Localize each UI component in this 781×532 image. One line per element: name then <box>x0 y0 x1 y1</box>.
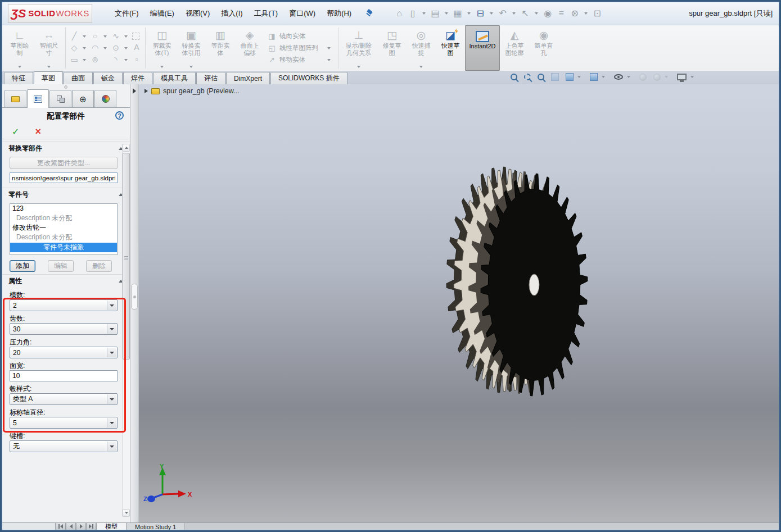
smart-dimension-button[interactable]: ↔ 智能尺 寸 <box>34 25 64 71</box>
section-properties[interactable]: 属性 <box>2 274 130 288</box>
tab-dimxpert-manager[interactable]: ⊕ <box>72 90 94 107</box>
chevron-down-icon[interactable] <box>124 59 128 61</box>
magnet-icon[interactable]: ◉ <box>541 7 554 20</box>
chevron-down-icon[interactable] <box>83 59 86 61</box>
section-view-icon[interactable] <box>551 73 559 81</box>
chevron-down-icon[interactable] <box>602 76 605 78</box>
keyway-dropdown[interactable]: 无 <box>10 440 118 452</box>
chevron-down-icon[interactable] <box>467 12 471 15</box>
chevron-down-icon[interactable] <box>18 66 21 68</box>
tree-expand-icon[interactable] <box>145 89 148 93</box>
pressure-angle-dropdown[interactable]: 20 <box>10 347 118 358</box>
rapid-sketch-button[interactable]: ◪ 快速草 图 <box>436 25 465 71</box>
chevron-down-icon[interactable] <box>107 348 116 357</box>
edit-button[interactable]: 编辑 <box>48 260 74 272</box>
menu-window[interactable]: 窗口(W) <box>283 6 321 21</box>
tab-sketch[interactable]: 草图 <box>34 71 63 84</box>
chevron-down-icon[interactable] <box>83 47 86 49</box>
zoom-area-icon[interactable] <box>524 74 531 80</box>
repair-sketch-button[interactable]: ◳ 修复草 图 <box>377 25 407 71</box>
simple-hole-button[interactable]: ◉ 简单直 孔 <box>529 25 558 71</box>
first-tab-icon[interactable] <box>56 523 66 530</box>
tab-configuration-manager[interactable] <box>49 90 71 107</box>
chevron-down-icon[interactable] <box>47 66 51 68</box>
cancel-button[interactable]: × <box>35 128 41 135</box>
view-orientation-icon[interactable] <box>566 73 583 81</box>
splitter-handle[interactable] <box>131 284 138 310</box>
menu-file[interactable]: 文件(F) <box>109 6 145 21</box>
chevron-down-icon[interactable] <box>690 76 694 78</box>
list-item[interactable]: 123 <box>10 204 117 213</box>
chevron-down-icon[interactable] <box>103 35 107 38</box>
ellipse-icon[interactable]: ⊙ <box>111 44 120 52</box>
chevron-down-icon[interactable] <box>665 76 668 78</box>
offset-entities-button[interactable]: ▥ 等距实 体 <box>206 25 235 71</box>
scroll-down-icon[interactable] <box>123 509 130 517</box>
chevron-down-icon[interactable] <box>512 12 516 15</box>
chevron-down-icon[interactable] <box>107 394 116 404</box>
options-list-icon[interactable]: ≡ <box>555 7 567 20</box>
list-item-selected[interactable]: 零件号未指派 <box>10 243 117 252</box>
pin-menu-icon[interactable] <box>365 9 374 18</box>
expand-panel-icon[interactable] <box>133 88 136 94</box>
spur-gear-model[interactable] <box>139 84 779 522</box>
instant2d-button[interactable]: Instant2D <box>465 25 500 71</box>
trim-entities-button[interactable]: ◫ 剪裁实 体(T) <box>147 25 177 71</box>
slot-icon[interactable]: ▭ <box>70 56 79 64</box>
face-width-input[interactable] <box>10 370 118 381</box>
chevron-down-icon[interactable] <box>107 324 116 334</box>
shaft-diameter-dropdown[interactable]: 5 <box>10 417 118 429</box>
tab-display-manager[interactable] <box>94 90 116 107</box>
circle-icon[interactable]: ○ <box>91 32 100 40</box>
tab-mold-tools[interactable]: 模具工具 <box>153 72 196 84</box>
menu-help[interactable]: 帮助(H) <box>321 6 357 21</box>
open-icon[interactable]: ▤ <box>429 7 441 20</box>
tab-solidworks-addins[interactable]: SOLIDWORKS 插件 <box>270 72 347 84</box>
part-number-list[interactable]: 123 Description 未分配 修改齿轮一 Description 未分… <box>10 203 118 255</box>
scrollbar-thumb[interactable] <box>123 153 130 360</box>
ok-button[interactable]: ✓ <box>12 126 19 137</box>
chevron-down-icon[interactable] <box>584 12 588 15</box>
graphics-viewport[interactable]: spur gear_gb (Preview... Y X Z <box>139 84 779 522</box>
spline-icon[interactable]: ∿ <box>111 32 120 40</box>
text-tool-icon[interactable]: A <box>132 43 141 52</box>
horizontal-scrollbar[interactable] <box>2 523 56 530</box>
chevron-down-icon[interactable] <box>422 12 426 15</box>
chevron-down-icon[interactable] <box>124 47 128 49</box>
chevron-down-icon[interactable] <box>627 76 630 78</box>
apply-scene-icon[interactable] <box>653 74 670 81</box>
tab-features[interactable]: 特征 <box>4 72 33 84</box>
edit-appearance-icon[interactable] <box>639 74 647 81</box>
tab-weldments[interactable]: 焊件 <box>123 72 152 84</box>
chevron-down-icon[interactable] <box>419 66 423 68</box>
menu-tools[interactable]: 工具(T) <box>249 6 284 21</box>
previous-tab-icon[interactable] <box>66 523 76 530</box>
menu-edit[interactable]: 编辑(E) <box>145 6 180 21</box>
chevron-down-icon[interactable] <box>445 12 448 15</box>
next-tab-icon[interactable] <box>76 523 86 530</box>
chevron-down-icon[interactable] <box>107 301 116 310</box>
last-tab-icon[interactable] <box>86 523 96 530</box>
chevron-down-icon[interactable] <box>103 47 107 49</box>
menu-view[interactable]: 视图(V) <box>180 6 215 21</box>
tab-property-manager[interactable] <box>27 89 49 108</box>
new-document-icon[interactable]: ▯ <box>407 7 419 20</box>
list-item[interactable]: 修改齿轮一 <box>10 223 117 233</box>
sketch-fillet-icon[interactable]: ◝ <box>111 56 120 64</box>
screenshot-icon[interactable]: ⊡ <box>591 7 603 20</box>
settings-gear-icon[interactable]: ⊛ <box>568 7 581 20</box>
chevron-down-icon[interactable] <box>490 12 493 15</box>
move-entities-item[interactable]: ↗ 移动实体 <box>268 56 333 64</box>
add-button[interactable]: 添加 <box>10 260 35 272</box>
change-fastener-type-button[interactable]: 更改紧固件类型... <box>10 157 118 169</box>
viewport-tree-item[interactable]: spur gear_gb (Preview... <box>145 87 240 95</box>
tab-sheet-metal[interactable]: 钣金 <box>93 72 123 84</box>
arc-icon[interactable]: ◠ <box>91 44 100 52</box>
panel-drag-handle[interactable] <box>2 84 130 89</box>
hide-show-items-icon[interactable] <box>614 74 633 80</box>
selection-box-icon[interactable] <box>132 33 139 40</box>
quick-snaps-button[interactable]: ◎ 快速捕 捉 <box>407 25 436 71</box>
print-icon[interactable]: ⊟ <box>474 7 486 20</box>
tab-motion-study[interactable]: Motion Study 1 <box>127 523 185 530</box>
point-icon[interactable]: ▫ <box>132 55 141 63</box>
